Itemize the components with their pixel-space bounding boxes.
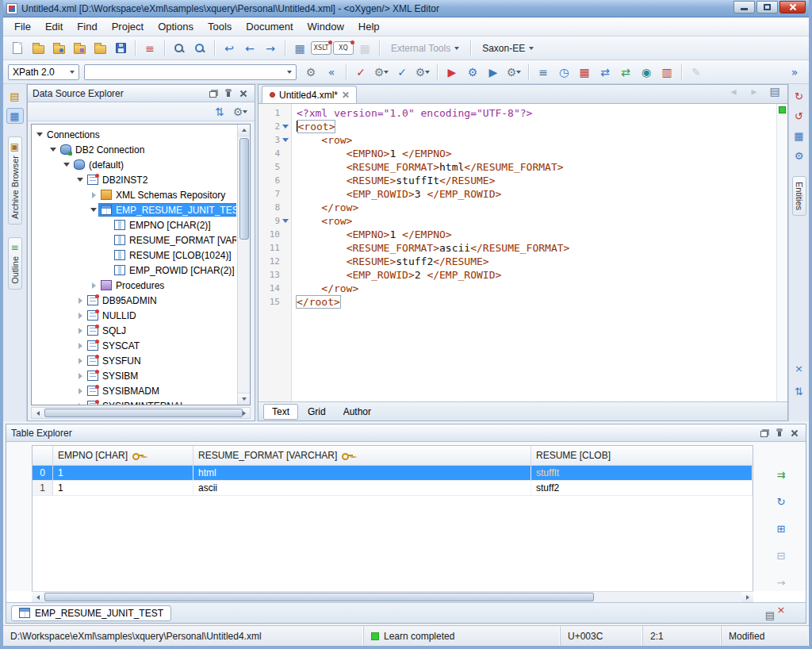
menu-file[interactable]: File: [8, 18, 37, 35]
debug-transformation-icon[interactable]: ▶: [484, 63, 503, 82]
close-view-icon[interactable]: [788, 428, 801, 439]
table-row[interactable]: 11asciistuff2: [33, 481, 753, 496]
tree-item-default[interactable]: (default): [32, 157, 236, 172]
insert-row-icon[interactable]: ⊞: [772, 520, 790, 536]
menu-document[interactable]: Document: [239, 18, 299, 35]
delete-row-icon[interactable]: ×: [772, 601, 790, 617]
expand-arrow-icon[interactable]: [89, 191, 98, 199]
web-globe-icon[interactable]: ◉: [637, 63, 656, 82]
scroll-left-button[interactable]: [32, 592, 44, 602]
forward-icon[interactable]: →: [261, 39, 280, 58]
xpath-mode-select[interactable]: XPath 2.0: [8, 64, 79, 80]
menu-help[interactable]: Help: [352, 18, 386, 35]
transformation-options-icon[interactable]: ⚙: [504, 63, 523, 82]
xpath-history-icon[interactable]: «: [322, 63, 341, 82]
back-icon[interactable]: ←: [240, 39, 259, 58]
minimize-button[interactable]: [733, 1, 755, 13]
tab-grid[interactable]: Grid: [300, 405, 334, 419]
scrollbar-thumb[interactable]: [239, 138, 249, 240]
refresh-table-icon[interactable]: ↻: [772, 493, 790, 509]
panel-title-bar[interactable]: Data Source Explorer: [28, 85, 255, 102]
tree-item-db2inst2[interactable]: DB2INST2: [32, 172, 236, 187]
float-view-icon[interactable]: [758, 428, 771, 439]
fold-toggle-icon[interactable]: [280, 133, 291, 147]
tree-item-connections[interactable]: Connections: [32, 127, 236, 142]
tree-item-nullid[interactable]: NULLID: [32, 308, 236, 323]
xquery-debugger-icon[interactable]: XQ: [333, 41, 354, 55]
result-table[interactable]: EMPNO [CHAR]RESUME_FORMAT [VARCHAR]RESUM…: [32, 445, 753, 591]
column-header-rownum[interactable]: [33, 446, 53, 465]
apply-transformation-icon[interactable]: ▶: [442, 63, 462, 82]
expand-arrow-icon[interactable]: [89, 206, 98, 214]
split-editor-icon[interactable]: ⇅: [791, 383, 808, 399]
close-tab-icon[interactable]: [342, 91, 349, 98]
menu-window[interactable]: Window: [301, 18, 350, 35]
tree-item-emp-resume-junit-test[interactable]: EMP_RESUME_JUNIT_TEST: [32, 202, 236, 217]
tab-emp-resume-junit-test[interactable]: EMP_RESUME_JUNIT_TEST: [11, 605, 171, 621]
data-source-settings-icon[interactable]: ⚙: [231, 102, 250, 121]
tree-item-emp-rowid-char-2[interactable]: EMP_ROWID [CHAR(2)]: [32, 263, 236, 278]
filter-columns-icon[interactable]: ⇅: [210, 102, 229, 121]
open-recent-icon[interactable]: [90, 39, 109, 58]
open-icon[interactable]: [29, 39, 48, 58]
cell[interactable]: stuffIt: [531, 466, 753, 480]
new-document-icon[interactable]: [8, 39, 27, 58]
editor-list-icon[interactable]: ▤: [765, 82, 784, 101]
menu-edit[interactable]: Edit: [39, 18, 69, 35]
column-header-resume-clob[interactable]: RESUME [CLOB]: [531, 446, 753, 465]
menu-project[interactable]: Project: [105, 18, 150, 35]
tree-item-resume-format-varchar-1[interactable]: RESUME_FORMAT [VARCHAR(1: [32, 232, 236, 248]
column-header-empno-char[interactable]: EMPNO [CHAR]: [53, 446, 193, 465]
xml-refactoring-icon[interactable]: ↺: [791, 108, 808, 124]
validation-options-icon[interactable]: ⚙: [413, 63, 432, 82]
expand-arrow-icon[interactable]: [89, 282, 98, 290]
fold-toggle-icon[interactable]: [280, 120, 291, 133]
tree-item-xml-schemas-repository[interactable]: XML Schemas Repository: [32, 187, 236, 202]
close-group-icon[interactable]: ×: [791, 360, 808, 376]
expand-arrow-icon[interactable]: [48, 146, 58, 154]
validation-scenarios-icon[interactable]: ⚙: [372, 63, 391, 82]
save-icon[interactable]: [111, 39, 130, 58]
pin-view-icon[interactable]: [222, 88, 235, 99]
connections-tree[interactable]: ConnectionsDB2 Connection(default)DB2INS…: [31, 124, 251, 405]
cell[interactable]: html: [193, 466, 531, 480]
tree-item-sysibm[interactable]: SYSIBM: [32, 368, 236, 383]
find-in-files-icon[interactable]: [190, 39, 209, 58]
tree-item-sysibminternal[interactable]: SYSIBMINTERNAL: [32, 398, 236, 405]
menu-tools[interactable]: Tools: [201, 18, 238, 35]
tree-item-syscat[interactable]: SYSCAT: [32, 338, 236, 353]
scrollbar-thumb[interactable]: [44, 593, 594, 601]
tab-outline[interactable]: ≡Outline: [8, 237, 22, 290]
tree-item-sysfun[interactable]: SYSFUN: [32, 353, 236, 368]
pin-view-icon[interactable]: [773, 428, 786, 439]
menu-find[interactable]: Find: [71, 18, 103, 35]
table-export-icon[interactable]: ⇄: [616, 63, 635, 82]
column-header-resume-format-varchar[interactable]: RESUME_FORMAT [VARCHAR]: [193, 446, 531, 465]
title-bar[interactable]: Untitled4.xml [D:\Workspace\eXml\samples…: [3, 0, 809, 17]
scroll-down-button[interactable]: [238, 393, 250, 405]
scroll-right-button[interactable]: [741, 592, 753, 602]
scroll-up-button[interactable]: [238, 125, 250, 136]
tab-archive-browser[interactable]: ▣Archive Browser: [8, 136, 22, 225]
expand-arrow-icon[interactable]: [75, 327, 85, 335]
code-area[interactable]: <?xml version="1.0" encoding="UTF-8"?><r…: [292, 104, 776, 401]
maximize-button[interactable]: [756, 1, 778, 13]
scrollbar-thumb[interactable]: [44, 409, 243, 417]
close-button[interactable]: [779, 1, 806, 13]
format-selection-icon[interactable]: ≡: [534, 63, 553, 82]
tree-item-db95admin[interactable]: DB95ADMIN: [32, 293, 236, 308]
format-indent-icon[interactable]: ≡: [140, 39, 159, 58]
last-modification-icon[interactable]: ↩: [220, 39, 239, 58]
tree-item-resume-clob-1024[interactable]: RESUME [CLOB(1024)]: [32, 248, 236, 263]
fold-toggle-icon[interactable]: [280, 214, 291, 228]
show-grid-icon[interactable]: ▦: [791, 128, 808, 144]
cell[interactable]: ascii: [193, 481, 531, 495]
expand-arrow-icon[interactable]: [75, 357, 85, 365]
tab-author[interactable]: Author: [335, 405, 379, 419]
open-archive-icon[interactable]: [70, 39, 89, 58]
transformation-engine-select[interactable]: Saxon-EE: [476, 40, 540, 56]
database-perspective-icon[interactable]: ▦: [6, 108, 24, 124]
panel-title-bar[interactable]: Table Explorer: [6, 424, 806, 442]
expand-arrow-icon[interactable]: [75, 372, 85, 380]
close-view-icon[interactable]: [237, 88, 250, 99]
